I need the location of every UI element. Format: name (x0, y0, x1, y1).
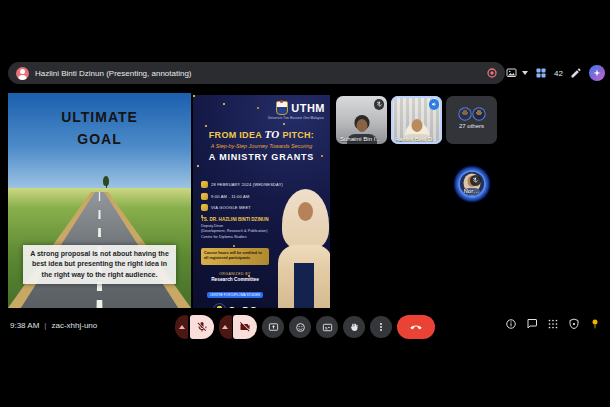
event-date: 28 FEBRUARY 2024 (WEDNESDAY) (211, 182, 283, 187)
uthm-logo-text: UTHM (291, 102, 325, 114)
ceds-logo-text: CeDS (229, 305, 258, 309)
audio-indicator-icon (429, 99, 440, 110)
annotation-marker-icon[interactable] (589, 318, 601, 330)
event-time: 9:00 AM - 11:00 AM (211, 194, 249, 199)
chevron-down-icon[interactable] (522, 71, 528, 75)
screen-share-slide-poster: UTHM Universiti Tun Hussein Onn Malaysia… (193, 95, 330, 308)
uthm-tagline: Universiti Tun Hussein Onn Malaysia (268, 116, 324, 120)
participant-tile[interactable]: Suhaimi Bin Ismail (336, 96, 387, 144)
mic-control-group (175, 315, 214, 339)
others-avatars (459, 109, 484, 120)
mic-muted-icon (374, 99, 385, 110)
host-controls-icon[interactable] (568, 318, 580, 330)
ceds-logo-icon (213, 303, 226, 308)
poster-subtitle: A Step-by-Step Journey Towards Securing (196, 143, 327, 149)
annotate-pen-icon[interactable] (570, 67, 582, 79)
presenter-bar[interactable]: Hazlini Binti Dzinun (Presenting, annota… (8, 62, 505, 84)
participant-count-badge: 42 (554, 69, 563, 78)
screen-share-slide-road: ULTIMATE GOAL A strong proposal is not a… (8, 93, 191, 308)
raise-hand-button[interactable] (343, 316, 365, 338)
captions-button[interactable] (316, 316, 338, 338)
mic-options-button[interactable] (175, 315, 188, 339)
clock-icon (201, 193, 208, 200)
mic-mute-button[interactable] (190, 315, 214, 339)
participant-grid: Suhaimi Bin Ismail (336, 96, 607, 297)
meet-window: Hazlini Binti Dzinun (Presenting, annota… (0, 0, 610, 407)
more-options-button[interactable] (370, 316, 392, 338)
end-call-button[interactable] (397, 315, 435, 339)
poster-details: 28 FEBRUARY 2024 (WEDNESDAY) 9:00 AM - 1… (201, 181, 275, 211)
speaker-face (298, 202, 313, 221)
participant-tile[interactable]: 27 others 27 others (446, 96, 497, 144)
participant-tile[interactable]: Norhaliza Binti A... (460, 172, 484, 196)
speaker-vest (294, 263, 314, 308)
participant-name: Norhaliza Binti A... (464, 188, 481, 194)
participant-name: Hazlini Binti Dzinun (395, 136, 439, 142)
others-count-label: 27 others (446, 123, 497, 129)
clock-time: 9:38 AM (10, 321, 39, 330)
slide-caption: A strong proposal is not about having th… (23, 245, 177, 285)
slide-title: ULTIMATE GOAL (8, 107, 191, 150)
background-effects-icon[interactable] (505, 67, 518, 79)
uthm-shield-icon (276, 101, 288, 115)
camera-off-button[interactable] (233, 315, 257, 339)
participant-name: Suhaimi Bin Ismail (340, 136, 384, 142)
speaker-name: TS. DR. HAZLINI BINTI DZINUN (201, 217, 271, 222)
gemini-icon[interactable] (589, 65, 605, 81)
poster-title: FROM IDEA TO PITCH: A Step-by-Step Journ… (196, 128, 327, 162)
chat-icon[interactable] (526, 318, 538, 330)
camera-control-group (219, 315, 258, 339)
presenter-label: Hazlini Binti Dzinun (Presenting, annota… (35, 69, 192, 78)
grid-view-icon[interactable] (535, 67, 547, 79)
present-button[interactable] (262, 316, 284, 338)
meeting-details-icon[interactable] (505, 318, 517, 330)
meeting-code: zac-xhhj-uno (51, 321, 97, 330)
reactions-button[interactable] (289, 316, 311, 338)
presenter-avatar (16, 67, 29, 80)
poster-title2: A MINISTRY GRANTS (196, 152, 327, 162)
record-icon[interactable] (486, 67, 498, 79)
poster-note: Course hours will be credited to all reg… (201, 248, 269, 265)
call-controls (175, 315, 435, 339)
poster-organizer: ORGANIZED BY Research Committee CENTRE F… (197, 272, 273, 308)
panel-icons (505, 318, 601, 330)
mic-muted-icon (470, 175, 481, 186)
activities-icon[interactable] (547, 318, 559, 330)
uthm-logo: UTHM (276, 101, 325, 115)
participant-tile[interactable]: Hazlini Binti Dzinun (391, 96, 442, 144)
tree (102, 176, 110, 188)
topbar-icons: 42 (486, 62, 605, 84)
calendar-icon (201, 181, 208, 188)
camera-options-button[interactable] (219, 315, 232, 339)
meeting-info: 9:38 AM | zac-xhhj-uno (10, 321, 97, 330)
event-venue: VIA GOOGLE MEET (211, 205, 251, 210)
poster-speaker: TS. DR. HAZLINI BINTI DZINUN Deputy Dean… (201, 217, 271, 241)
meet-icon (201, 204, 208, 211)
